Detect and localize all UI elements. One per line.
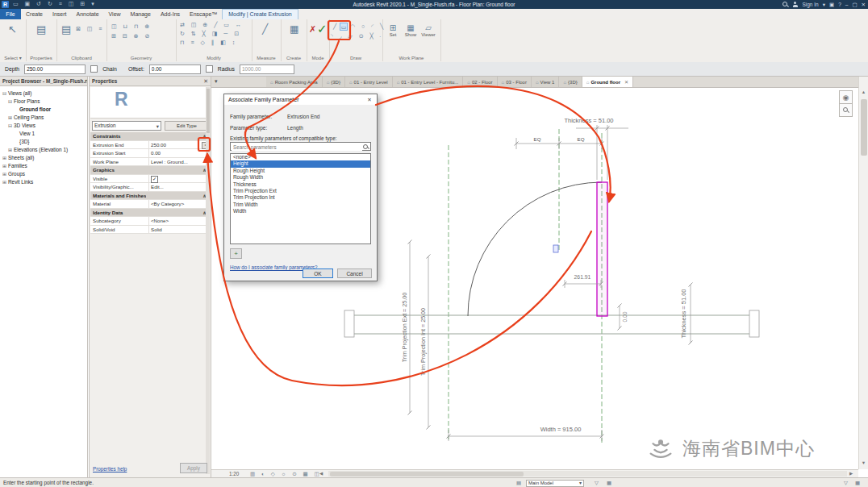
group-graphics[interactable]: Graphics∧ <box>90 166 209 175</box>
panel-modify-label[interactable]: Modify <box>176 56 252 60</box>
chain-checkbox[interactable] <box>90 65 98 73</box>
close-palette-icon[interactable]: ✕ <box>203 77 208 86</box>
panel-properties-label[interactable]: Properties <box>26 56 56 60</box>
ok-button[interactable]: OK <box>303 268 333 278</box>
finish-edit-mode-icon[interactable]: ✓ <box>317 22 328 36</box>
panel-mode-label[interactable]: Mode <box>307 56 329 60</box>
parameter-option-selected[interactable]: Height <box>231 160 370 167</box>
view-tab[interactable]: ⌂03 - Floor <box>498 77 532 87</box>
app-store-icon[interactable]: ▣ <box>829 2 834 8</box>
dim-eq-left-text[interactable]: EQ <box>534 136 541 142</box>
paste-icon[interactable]: ▤ <box>61 23 71 35</box>
parameter-option[interactable]: <none> <box>231 154 370 160</box>
tab-create[interactable]: Create <box>21 9 48 19</box>
tree-item-elevations[interactable]: ⊞Elevations (Elevation 1) <box>8 146 68 154</box>
viewer-button[interactable]: Viewer <box>419 32 437 37</box>
tree-item-revit-links[interactable]: ⊞Revit Links <box>2 178 33 186</box>
modify-tools-icons-row3[interactable]: ⊓ ≡ ◇ ∥ ◧ ↕ <box>180 40 237 46</box>
tree-collapse-icon[interactable]: ⊟ <box>8 98 14 106</box>
cancel-button[interactable]: Cancel <box>337 268 372 278</box>
extrusion-sketch-rectangle[interactable] <box>597 182 607 316</box>
tab-view[interactable]: View <box>104 9 126 19</box>
tree-collapse-icon[interactable]: ⊟ <box>2 89 8 98</box>
tree-item-groups[interactable]: ⊞Groups <box>2 170 25 178</box>
panel-create-label[interactable]: Create <box>281 56 307 60</box>
modify-tools-icons-row2[interactable]: ↻ ⇅ ╳ ◨ ─ ⊡ <box>180 31 241 37</box>
properties-scrollbar[interactable] <box>206 87 210 474</box>
panel-draw-label[interactable]: Draw <box>329 56 382 60</box>
dim-eq-right-text[interactable]: EQ <box>578 136 585 142</box>
project-browser-title[interactable]: Project Browser - M_Single-Flush.rfa <box>0 77 87 86</box>
tree-item-view1[interactable]: View 1 <box>19 130 35 138</box>
label-tag[interactable] <box>553 245 558 252</box>
tree-item-3d-views[interactable]: ⊟3D Views <box>8 122 35 130</box>
dim-eq[interactable] <box>515 138 604 149</box>
panel-work-plane-label[interactable]: Work Plane <box>382 56 440 60</box>
parameter-list[interactable]: <none> Height Rough Height Rough Width T… <box>230 153 371 244</box>
dialog-close-icon[interactable]: ✕ <box>364 94 375 105</box>
tree-expand-icon[interactable]: ⊞ <box>2 154 8 162</box>
zoom-tool-icon[interactable] <box>839 103 853 117</box>
clipboard-tools-icons[interactable]: ⊠ ◫ ≡ <box>76 26 104 32</box>
draw-tools-icons-row2[interactable]: ◝ ◞ ▱ ⊙ ╳ ∙ <box>331 33 384 40</box>
dim-zero-text[interactable]: 0.00 <box>622 311 628 322</box>
geometry-tools-icons-row1[interactable]: ◫ ⊔ ⊓ ⊕ <box>111 23 152 30</box>
close-view-icon[interactable]: ✕ <box>624 79 628 85</box>
draw-tools-icons-row1[interactable]: ◠ ○ ◜ ╲ <box>350 23 386 30</box>
row-extrusion-start[interactable]: Extrusion Start0.00 <box>90 149 209 158</box>
dim-width-text[interactable]: Width = 915.00 <box>540 426 582 433</box>
maximize-button[interactable]: ▢ <box>852 2 857 8</box>
dim-trim-ext[interactable] <box>408 240 412 415</box>
tree-item-sheets[interactable]: ⊞Sheets (all) <box>2 154 34 162</box>
view-tab[interactable]: ⌂{3D} <box>323 77 345 87</box>
properties-palette-title[interactable]: Properties <box>90 77 211 86</box>
dim-thickness-top-text[interactable]: Thickness = 51.00 <box>564 117 613 124</box>
tab-file[interactable]: File <box>0 9 21 19</box>
apply-button[interactable]: Apply <box>180 463 207 473</box>
tree-item-families[interactable]: ⊞Families <box>2 162 27 170</box>
door-swing-arc[interactable] <box>468 182 602 316</box>
panel-geometry-label[interactable]: Geometry <box>106 56 176 60</box>
view-tab[interactable]: ⌂Room Packing Area <box>266 77 323 87</box>
workset-icon[interactable]: ▤ <box>516 480 521 486</box>
properties-icon[interactable]: ▤ <box>36 23 46 35</box>
row-visibility-graphics[interactable]: Visibility/Graphic...Edit... <box>90 183 209 192</box>
tree-collapse-icon[interactable]: ⊟ <box>8 122 14 130</box>
visible-checkbox[interactable]: ✓ <box>151 176 158 183</box>
depth-input[interactable] <box>24 65 86 74</box>
view-tab[interactable]: ⌂View 1 <box>532 77 560 87</box>
account-dropdown-icon[interactable]: ▾ <box>823 2 825 8</box>
measure-icon[interactable]: ╱ <box>262 23 268 35</box>
selection-toggle-icon[interactable]: ▦ <box>855 480 860 486</box>
geometry-tools-icons-row2[interactable]: ⊞ ⊟ ⊗ ⊘ <box>111 33 152 40</box>
parameter-option[interactable]: Trim Width <box>231 202 370 208</box>
tab-annotate[interactable]: Annotate <box>72 9 104 19</box>
modify-cursor-icon[interactable]: ↖ <box>8 23 17 35</box>
group-constraints[interactable]: Constraints∧ <box>90 132 209 141</box>
tab-insert[interactable]: Insert <box>48 9 72 19</box>
wall-lines[interactable] <box>348 315 753 334</box>
panel-measure-label[interactable]: Measure <box>252 56 281 60</box>
steering-wheel-icon[interactable]: ◉ <box>839 90 853 104</box>
view-tab-active[interactable]: ⌂Ground floor✕ <box>582 77 633 87</box>
help-icon[interactable]: ? <box>838 2 841 7</box>
tab-enscape[interactable]: Enscape™ <box>185 9 222 19</box>
wall-end-cap-left[interactable] <box>344 310 354 337</box>
scroll-up-icon[interactable]: ▲ <box>859 88 868 97</box>
filter-icon[interactable]: ▽ <box>595 480 599 486</box>
filter-selection-icon[interactable]: ▽ <box>844 480 848 486</box>
view-tab-overflow-icon[interactable]: ▾ <box>215 78 218 85</box>
parameter-search-box[interactable] <box>230 142 371 151</box>
tab-modify-create-extrusion[interactable]: Modify | Create Extrusion <box>222 9 298 19</box>
row-solid-void[interactable]: Solid/VoidSolid <box>90 226 209 235</box>
viewer-icon[interactable]: ▱ <box>419 23 437 32</box>
tree-expand-icon[interactable]: ⊞ <box>8 114 14 122</box>
cancel-edit-mode-icon[interactable]: ✗ <box>309 24 316 35</box>
tab-manage[interactable]: Manage <box>126 9 156 19</box>
vertical-scrollbar[interactable]: ▲ ▼ <box>858 77 868 469</box>
dim-trim-ext-text[interactable]: Trim Projection Ext = 25.00 <box>401 293 408 363</box>
tree-item-floor-plans[interactable]: ⊟Floor Plans <box>8 98 40 106</box>
tree-expand-icon[interactable]: ⊞ <box>2 170 8 178</box>
row-visible[interactable]: Visible✓ <box>90 175 209 184</box>
tree-item-views[interactable]: ⊟Views (all) <box>2 89 31 98</box>
